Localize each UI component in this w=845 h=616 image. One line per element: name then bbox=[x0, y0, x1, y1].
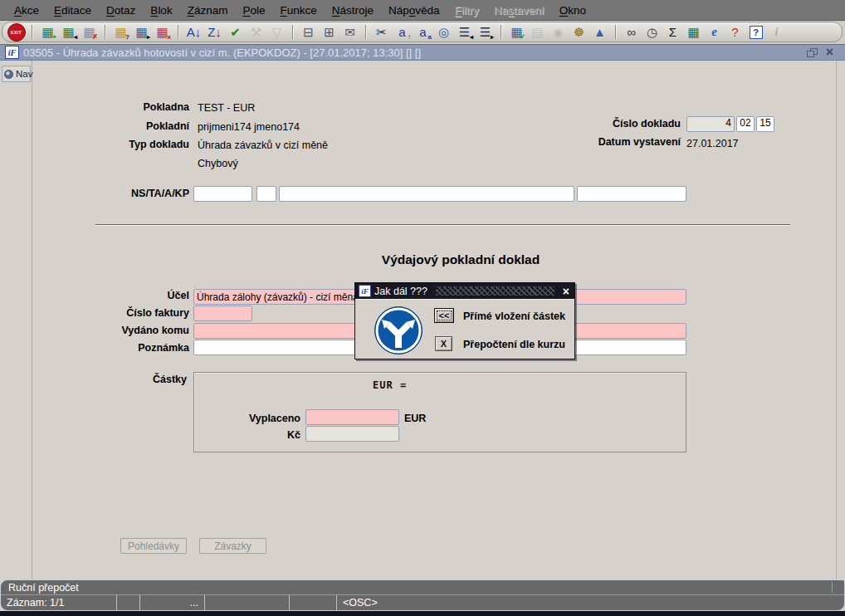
copy-icon[interactable]: a↑ bbox=[392, 23, 413, 42]
pohledavky-button[interactable]: Pohledávky bbox=[120, 538, 187, 554]
sort-descending-icon[interactable]: Z↓ bbox=[204, 23, 225, 42]
delete-record-icon[interactable]: ▦✗ bbox=[79, 23, 100, 42]
kp-field[interactable] bbox=[577, 186, 686, 202]
cancel-query-icon[interactable]: ▦x bbox=[152, 23, 173, 42]
dialog-title-pattern bbox=[436, 286, 554, 296]
menu-item-filtry: Filtry bbox=[447, 4, 486, 17]
direct-amount-entry-button[interactable]: << bbox=[434, 308, 454, 323]
menu-bar: AkceEditaceDotazBlokZáznamPoleFunkceNást… bbox=[0, 0, 845, 21]
help-icon[interactable]: ? bbox=[745, 23, 766, 42]
currency-rate-text: EUR = bbox=[373, 379, 407, 391]
beacon-icon[interactable]: ▲ bbox=[589, 23, 610, 42]
nav-sidebar: Nav bbox=[0, 61, 32, 579]
kc-input[interactable] bbox=[305, 426, 399, 442]
paste-icon[interactable]: aa bbox=[413, 23, 433, 42]
status-segment bbox=[117, 595, 140, 610]
pokladni-value: prijmeni174 jmeno174 bbox=[198, 121, 300, 133]
exit-button[interactable]: EXIT bbox=[6, 23, 27, 42]
excel-icon[interactable]: ▦ bbox=[683, 23, 704, 42]
vyplaceno-label: Vyplaceno bbox=[217, 413, 300, 424]
binoculars-icon[interactable]: ∞ bbox=[621, 23, 642, 42]
commit-icon[interactable]: ✔ bbox=[225, 23, 246, 42]
toolbar-separator bbox=[105, 25, 105, 39]
cislo-dokladu-field-2[interactable]: 02 bbox=[736, 116, 755, 132]
recalc-by-rate-label: Přepočtení dle kurzu bbox=[463, 339, 565, 350]
pokladna-label: Pokladna bbox=[77, 101, 189, 113]
cislo-faktury-input[interactable] bbox=[193, 306, 252, 321]
copy-record-icon[interactable]: ▦◂ bbox=[58, 23, 79, 42]
menu-item-zaznam[interactable]: Záznam bbox=[180, 4, 236, 17]
dialog-body: << Přímé vložení částek X Přepočtení dle… bbox=[355, 299, 574, 359]
direct-amount-entry-label: Přímé vložení částek bbox=[463, 310, 565, 322]
notes-icon: ▤ bbox=[527, 23, 548, 42]
zavazky-button[interactable]: Závazky bbox=[199, 538, 266, 554]
zoom-icon[interactable]: ◎ bbox=[433, 23, 454, 42]
menu-item-funkce[interactable]: Funkce bbox=[272, 4, 324, 17]
print-icon[interactable]: ⊟ bbox=[298, 23, 319, 42]
window-title: 03505 - Úhrada závazků hotovostí v cizí … bbox=[23, 46, 803, 59]
window-right-edge bbox=[836, 61, 837, 579]
restore-window-icon[interactable] bbox=[807, 48, 818, 57]
toolbar-separator bbox=[178, 25, 178, 39]
toolbar-separator bbox=[292, 25, 293, 39]
close-window-icon[interactable]: × bbox=[826, 46, 833, 59]
mail-icon[interactable]: ✉ bbox=[339, 23, 360, 42]
app-icon: iF bbox=[5, 46, 19, 59]
nav-tab[interactable]: Nav bbox=[2, 66, 31, 82]
toolbar-separator bbox=[615, 25, 616, 39]
pokladna-value: TEST - EUR bbox=[198, 102, 255, 114]
menu-item-dotaz[interactable]: Dotaz bbox=[99, 4, 143, 17]
ns-field[interactable] bbox=[193, 186, 252, 202]
filter-icon: ▽ bbox=[266, 23, 287, 42]
nav-radio-icon bbox=[4, 70, 13, 79]
section-divider bbox=[95, 224, 790, 226]
cislo-dokladu-field-3[interactable]: 15 bbox=[756, 116, 774, 132]
cislo-dokladu-field-1[interactable]: 4 bbox=[686, 116, 735, 132]
status-record-count: Záznam: 1/1 bbox=[1, 595, 117, 610]
akce-field[interactable] bbox=[279, 186, 574, 202]
clock-icon[interactable]: ◷ bbox=[642, 23, 662, 42]
status-segment: ... bbox=[140, 595, 205, 610]
toolbar-separator bbox=[365, 25, 366, 39]
vydano-komu-label: Vydáno komu bbox=[77, 325, 189, 336]
menu-item-nastroje[interactable]: Nástroje bbox=[325, 4, 381, 17]
menu-item-nastaveni: Nastavení bbox=[486, 4, 552, 17]
cislo-dokladu-label: Číslo dokladu bbox=[552, 118, 681, 130]
helm-icon[interactable]: ☸ bbox=[569, 23, 589, 42]
print-multiple-icon[interactable]: ⊞ bbox=[319, 23, 339, 42]
sort-ascending-icon[interactable]: A↓ bbox=[183, 23, 204, 42]
menu-item-pole[interactable]: Pole bbox=[235, 4, 272, 17]
status-message-row: Ruční přepočet bbox=[1, 580, 844, 595]
toolbar: EXIT▦+▦◂▦✗▦?▦▸▦xA↓Z↓✔⚒▽⊟⊞✉✂a↑aa◎☰◂☰▸▦✓▤◉… bbox=[0, 21, 845, 44]
menu-item-blok[interactable]: Blok bbox=[143, 4, 179, 17]
status-osc: <OSC> bbox=[337, 595, 844, 610]
datum-vystaveni-value: 27.01.2017 bbox=[686, 138, 739, 149]
detail-view-icon[interactable]: ☰◂ bbox=[454, 23, 475, 42]
insert-record-icon[interactable]: ▦+ bbox=[37, 23, 58, 42]
calendar-icon[interactable]: ▦✓ bbox=[506, 23, 527, 42]
wrench-icon: ⚒ bbox=[246, 23, 266, 42]
recalc-by-rate-button[interactable]: X bbox=[435, 336, 452, 351]
application-window: AkceEditaceDotazBlokZáznamPoleFunkceNást… bbox=[0, 0, 845, 616]
ta-field[interactable] bbox=[256, 186, 276, 202]
menu-item-okno[interactable]: Okno bbox=[552, 4, 593, 17]
cut-icon[interactable]: ✂ bbox=[371, 23, 392, 42]
menu-item-editace[interactable]: Editace bbox=[46, 4, 99, 17]
direction-sign-icon bbox=[373, 306, 424, 355]
sum-icon[interactable]: Σ bbox=[662, 23, 683, 42]
master-detail-icon[interactable]: ☰▸ bbox=[475, 23, 496, 42]
vyplaceno-input[interactable] bbox=[305, 409, 399, 425]
bottom-frame-strip bbox=[0, 611, 845, 616]
context-help-icon[interactable]: ? bbox=[725, 23, 745, 42]
dialog-title: Jak dál ??? bbox=[374, 286, 427, 297]
castky-label: Částky bbox=[79, 374, 187, 385]
stav-dokladu-value: Chybový bbox=[198, 158, 238, 169]
dialog-app-icon: iF bbox=[359, 285, 371, 297]
execute-query-icon[interactable]: ▦▸ bbox=[131, 23, 152, 42]
browser-icon[interactable]: e bbox=[704, 23, 725, 42]
dialog-close-icon[interactable]: × bbox=[563, 286, 571, 297]
dialog-title-bar[interactable]: iF Jak dál ??? × bbox=[355, 283, 574, 299]
menu-item-napoveda[interactable]: Nápověda bbox=[381, 4, 447, 17]
enter-query-icon[interactable]: ▦? bbox=[110, 23, 131, 42]
menu-item-akce[interactable]: Akce bbox=[7, 4, 46, 17]
